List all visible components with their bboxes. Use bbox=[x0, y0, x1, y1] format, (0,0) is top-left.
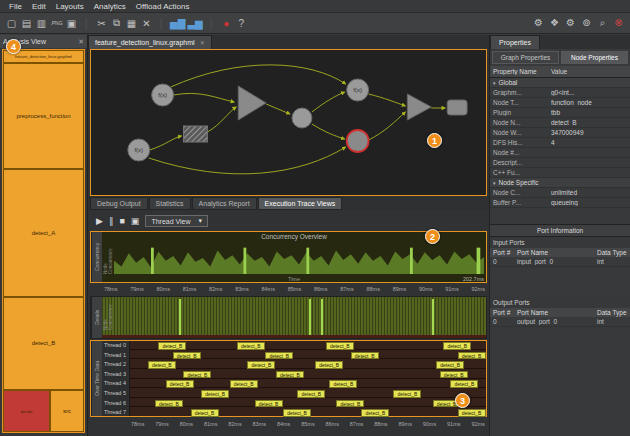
task-box[interactable]: detect_B bbox=[351, 352, 379, 360]
snapshot-icon[interactable]: ▣ bbox=[131, 216, 140, 226]
task-box[interactable]: detect_B bbox=[315, 361, 343, 369]
graph-node-function[interactable]: f(x) bbox=[128, 139, 150, 161]
separator[interactable]: │ bbox=[205, 18, 218, 29]
screenshot-icon[interactable]: ▣ bbox=[65, 18, 78, 29]
copy-icon[interactable]: ⧉ bbox=[110, 17, 123, 29]
pause-icon[interactable]: ∥ bbox=[109, 216, 114, 226]
property-row[interactable]: DFS His... 4 bbox=[490, 138, 630, 148]
port-row[interactable]: 0 input_port_0 int bbox=[490, 257, 630, 267]
property-row[interactable]: Buffer P... queueing bbox=[490, 198, 630, 208]
task-box[interactable]: detect_B bbox=[201, 390, 229, 398]
play-icon[interactable]: ▶ bbox=[96, 216, 103, 226]
task-box[interactable]: detect_B bbox=[336, 400, 364, 408]
concurrency-strip-tab[interactable]: Concurrency bbox=[91, 232, 102, 282]
details-strip-tab[interactable]: Details bbox=[91, 297, 102, 338]
histogram-icon[interactable]: ▅▇ bbox=[170, 18, 185, 29]
treemap-block[interactable]: preprocess_function bbox=[3, 63, 84, 169]
trace-view-tab[interactable]: Analytics Report bbox=[192, 197, 257, 210]
save-icon[interactable]: ▥ bbox=[35, 18, 48, 29]
task-box[interactable]: detect_B bbox=[155, 400, 183, 408]
task-box[interactable]: detect_B bbox=[458, 352, 486, 360]
task-box[interactable]: detect_B bbox=[173, 352, 201, 360]
close-icon[interactable]: ✕ bbox=[78, 38, 84, 46]
graph-node-queue[interactable] bbox=[184, 126, 208, 142]
cut-icon[interactable]: ✂ bbox=[95, 18, 108, 29]
new-graph-icon[interactable]: ▢ bbox=[5, 18, 18, 29]
paste-icon[interactable]: ▦ bbox=[125, 18, 138, 29]
topology-icon[interactable]: ❖ bbox=[548, 17, 561, 29]
over-time-data-strip-tab[interactable]: Over Time Data bbox=[91, 341, 102, 416]
task-box[interactable]: detect_B bbox=[230, 380, 258, 388]
graph-node-function[interactable] bbox=[292, 108, 312, 128]
menu-item[interactable]: Analytics bbox=[89, 2, 131, 11]
graph-node-function[interactable]: f(x) bbox=[152, 84, 174, 106]
menu-item[interactable]: Edit bbox=[27, 2, 51, 11]
graph-node-output[interactable] bbox=[447, 100, 467, 115]
thread-track[interactable]: detect_Bdetect_Bdetect_Bdetect_Bdetect_B… bbox=[130, 341, 486, 416]
trace-view-tab[interactable]: Execution Trace Views bbox=[258, 197, 343, 210]
details-concurrency-chart[interactable]: Node Concurrency bbox=[102, 297, 486, 338]
task-box[interactable]: detect_B bbox=[283, 409, 311, 417]
treemap-block[interactable]: decide bbox=[3, 390, 50, 432]
graph-node-join[interactable] bbox=[407, 94, 431, 120]
close-session-icon[interactable]: ⊗ bbox=[612, 17, 625, 29]
property-row[interactable]: Node N... detect_B bbox=[490, 118, 630, 128]
menu-item[interactable]: Offload Actions bbox=[131, 2, 195, 11]
task-box[interactable]: detect_B bbox=[458, 409, 486, 417]
task-box[interactable]: detect_B bbox=[276, 371, 304, 379]
properties-subtab[interactable]: Graph Properties bbox=[492, 51, 559, 64]
collapse-caret-icon[interactable]: ▾ bbox=[493, 180, 496, 186]
menu-item[interactable]: Layouts bbox=[51, 2, 89, 11]
gear-icon[interactable]: ⚙ bbox=[532, 17, 545, 29]
graph-node-selected[interactable] bbox=[347, 130, 369, 152]
help-icon[interactable]: ? bbox=[235, 18, 248, 29]
collapse-caret-icon[interactable]: ▾ bbox=[493, 80, 496, 86]
task-box[interactable]: detect_B bbox=[247, 361, 275, 369]
trace-view-tab[interactable]: Debug Output bbox=[90, 197, 148, 210]
tab-graphml[interactable]: feature_detection_linux.graphml ✕ bbox=[88, 35, 212, 49]
trace-view-tab[interactable]: Statistics bbox=[149, 197, 191, 210]
property-row[interactable]: Plugin tbb bbox=[490, 108, 630, 118]
tab-properties[interactable]: Properties bbox=[490, 35, 540, 49]
settings-gear-icon[interactable]: ⚙ bbox=[564, 17, 577, 29]
property-row[interactable]: C++ Fu... bbox=[490, 168, 630, 178]
task-box[interactable]: detect_B bbox=[443, 342, 471, 350]
task-box[interactable]: detect_B bbox=[450, 380, 478, 388]
task-box[interactable]: detect_B bbox=[393, 390, 421, 398]
task-box[interactable]: detect_B bbox=[158, 342, 186, 350]
graph-node-join[interactable] bbox=[238, 86, 266, 120]
task-box[interactable]: detect_B bbox=[436, 361, 464, 369]
task-box[interactable]: detect_B bbox=[329, 380, 357, 388]
stop-icon[interactable]: ■ bbox=[119, 216, 124, 226]
graph-node-function[interactable]: f(x) bbox=[347, 79, 369, 101]
treemap-block[interactable]: src bbox=[50, 390, 84, 432]
property-row[interactable]: Node T... function_node bbox=[490, 98, 630, 108]
bar-chart-icon[interactable]: ▃▆ bbox=[187, 18, 202, 29]
port-row[interactable]: 0 output_port_0 int bbox=[490, 317, 630, 327]
task-box[interactable]: detect_B bbox=[191, 409, 219, 417]
view-mode-select[interactable]: Thread View ▾ bbox=[145, 215, 208, 227]
task-box[interactable]: detect_B bbox=[166, 380, 194, 388]
separator[interactable]: │ bbox=[155, 18, 168, 29]
task-box[interactable]: detect_B bbox=[326, 342, 354, 350]
group-row-node-specific[interactable]: ▾ Node Specific bbox=[490, 178, 630, 188]
properties-subtab[interactable]: Node Properties bbox=[561, 51, 628, 64]
task-box[interactable]: detect_B bbox=[255, 400, 283, 408]
property-row[interactable]: Node W... 347000949 bbox=[490, 128, 630, 138]
treemap-block[interactable]: detect_B bbox=[3, 297, 84, 390]
treemap-block[interactable]: detect_A bbox=[3, 169, 84, 297]
separator[interactable]: │ bbox=[80, 18, 93, 29]
record-trace-icon[interactable]: ● bbox=[220, 18, 233, 29]
task-box[interactable]: detect_B bbox=[361, 409, 389, 417]
menu-item[interactable]: File bbox=[4, 2, 27, 11]
group-row-global[interactable]: ▾ Global bbox=[490, 78, 630, 88]
property-row[interactable]: Descript... bbox=[490, 158, 630, 168]
graph-canvas[interactable]: f(x) f(x) f(x) bbox=[90, 49, 487, 196]
task-box[interactable]: detect_B bbox=[440, 371, 468, 379]
zoom-tool-icon[interactable]: ⌕ bbox=[596, 17, 609, 29]
export-png-icon[interactable]: .PNG bbox=[50, 20, 63, 26]
task-box[interactable]: detect_B bbox=[237, 342, 265, 350]
property-row[interactable]: Node #... bbox=[490, 148, 630, 158]
task-box[interactable]: detect_B bbox=[148, 361, 176, 369]
task-box[interactable]: detect_B bbox=[265, 352, 293, 360]
